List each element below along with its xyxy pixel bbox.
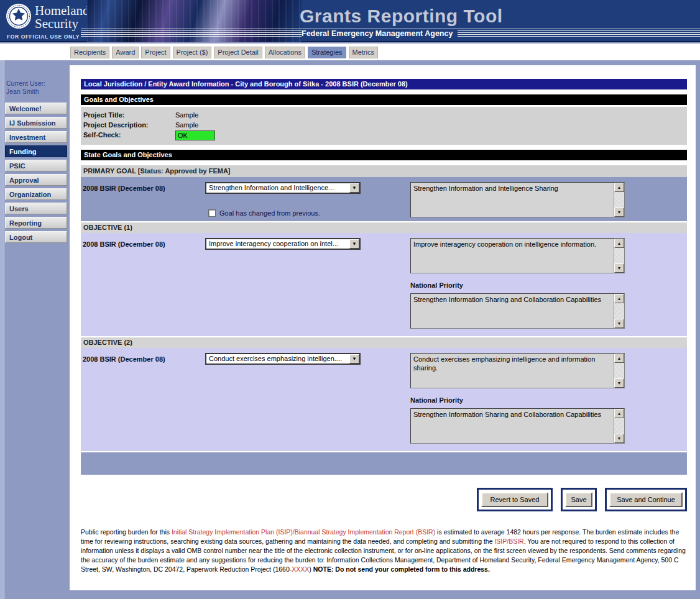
burden-text: NOTE: Do not send your completed form to… xyxy=(313,565,490,573)
sidebar-item-organization[interactable]: Organization xyxy=(5,188,67,200)
sidebar-item-investment[interactable]: Investment xyxy=(5,131,67,143)
scroll-up-icon[interactable]: ▲ xyxy=(614,183,624,192)
fouo-label: FOR OFFICIAL USE ONLY xyxy=(7,34,80,40)
scrollbar-track[interactable] xyxy=(614,418,624,434)
scroll-up-icon[interactable]: ▲ xyxy=(614,294,624,303)
tab-list: RecipientsAwardProjectProject ($)Project… xyxy=(70,47,378,58)
project-desc-value: Sample xyxy=(175,120,198,130)
project-info-box: Project Title: Sample Project Descriptio… xyxy=(81,107,687,145)
save-continue-button-frame: Save and Continue xyxy=(605,488,687,511)
national-priority-label: National Priority xyxy=(410,396,625,404)
app-title: Grants Reporting Tool xyxy=(300,6,503,27)
dropdown-arrow-icon[interactable]: ▼ xyxy=(349,354,359,364)
national-priority-textarea[interactable]: Strengthen Information Sharing and Colla… xyxy=(410,293,625,329)
scroll-down-icon[interactable]: ▼ xyxy=(614,378,624,388)
scrollbar-track[interactable] xyxy=(614,363,624,378)
action-button-row: Revert to Saved Save Save and Continue xyxy=(81,488,687,511)
objective-textarea[interactable]: Improve interagency cooperation on intel… xyxy=(410,238,625,273)
scroll-down-icon[interactable]: ▼ xyxy=(614,263,624,273)
scrollbar-track[interactable] xyxy=(614,192,624,208)
revert-to-saved-button[interactable]: Revert to Saved xyxy=(481,492,548,507)
objective-period-label: 2008 BSIR (December 08) xyxy=(81,348,205,444)
sidebar-item-users[interactable]: Users xyxy=(5,203,67,214)
national-priority-textarea[interactable]: Strengthen Information Sharing and Colla… xyxy=(410,408,625,444)
state-goals-section-header: State Goals and Objectives xyxy=(81,150,687,160)
scrollbar[interactable]: ▲ ▼ xyxy=(614,183,624,217)
objective-header: OBJECTIVE (1) xyxy=(81,222,687,233)
objective-section: 2008 BSIR (December 08) Improve interage… xyxy=(81,233,687,336)
main-panel: Local Jurisdiction / Entity Award Inform… xyxy=(70,65,696,590)
project-desc-row: Project Description: Sample xyxy=(81,120,687,130)
primary-goal-textarea[interactable]: Strengthen Information and Intelligence … xyxy=(410,182,625,217)
goals-section-header: Goals and Objectives xyxy=(81,94,687,105)
primary-goal-header: PRIMARY GOAL [Status: Approved by FEMA] xyxy=(81,165,687,177)
self-check-row: Self-Check: OK xyxy=(81,130,687,140)
main-content: Local Jurisdiction / Entity Award Inform… xyxy=(81,79,687,574)
project-title-value: Sample xyxy=(175,110,198,120)
tab-allocations[interactable]: Allocations xyxy=(265,47,305,58)
scrollbar-track[interactable] xyxy=(614,303,624,319)
sidebar-item-psic[interactable]: PSIC xyxy=(5,160,67,171)
revert-button-frame: Revert to Saved xyxy=(477,488,553,511)
objective-dropdown-value: Conduct exercises emphasizing intelligen… xyxy=(206,354,349,364)
tab-recipients[interactable]: Recipients xyxy=(70,47,109,58)
primary-goal-section: 2008 BSIR (December 08) Strengthen Infor… xyxy=(81,177,687,221)
objective-text: Improve interagency cooperation on intel… xyxy=(411,239,614,273)
sidebar-item-logout[interactable]: Logout xyxy=(5,231,67,243)
dropdown-arrow-icon[interactable]: ▼ xyxy=(349,239,359,249)
sidebar-item-funding[interactable]: Funding xyxy=(5,145,67,157)
objective-textarea[interactable]: Conduct exercises emphasizing intelligen… xyxy=(410,353,625,388)
primary-goal-dropdown-value: Strengthen Information and Intelligence.… xyxy=(206,183,349,193)
burden-statement: Public reporting burden for this Initial… xyxy=(81,528,687,574)
tab-project-detail[interactable]: Project Detail xyxy=(214,47,262,58)
national-priority-label: National Priority xyxy=(410,281,625,289)
sidebar-item-ij-submission[interactable]: IJ Submission xyxy=(5,117,67,129)
window-left-edge xyxy=(0,60,4,599)
primary-goal-dropdown[interactable]: Strengthen Information and Intelligence.… xyxy=(205,182,361,194)
burden-link-text: ISIP/BSIR xyxy=(494,537,523,545)
save-button[interactable]: Save xyxy=(565,492,592,507)
save-button-frame: Save xyxy=(561,488,597,511)
objective-goal-dropdown[interactable]: Conduct exercises emphasizing intelligen… xyxy=(205,353,361,365)
scrollbar[interactable]: ▲ ▼ xyxy=(614,294,624,328)
objective-dropdown-value: Improve interagency cooperation on intel… xyxy=(206,239,349,249)
save-and-continue-button[interactable]: Save and Continue xyxy=(609,492,683,507)
app-subtitle: Federal Emergency Management Agency xyxy=(302,29,458,38)
burden-link-text: XXXX xyxy=(292,565,309,573)
burden-text: Public reporting burden for this xyxy=(81,528,172,536)
goal-changed-row: Goal has changed from previous. xyxy=(208,209,410,217)
scroll-down-icon[interactable]: ▼ xyxy=(614,434,624,443)
goal-changed-label: Goal has changed from previous. xyxy=(219,209,320,217)
tab-strategies[interactable]: Strategies xyxy=(308,47,346,58)
sidebar-item-reporting[interactable]: Reporting xyxy=(5,217,67,229)
scrollbar[interactable]: ▲ ▼ xyxy=(614,239,624,273)
app-header: Homeland Security FOR OFFICIAL USE ONLY … xyxy=(0,0,700,42)
tab-project[interactable]: Project ($) xyxy=(173,47,212,58)
scrollbar[interactable]: ▲ ▼ xyxy=(614,409,624,443)
scroll-up-icon[interactable]: ▲ xyxy=(614,409,624,418)
scrollbar-track[interactable] xyxy=(614,248,624,263)
burden-link-text: Initial Strategy Implementation Plan (IS… xyxy=(172,528,435,536)
national-priority-text: Strengthen Information Sharing and Colla… xyxy=(411,409,614,443)
project-desc-label: Project Description: xyxy=(81,120,175,130)
scroll-up-icon[interactable]: ▲ xyxy=(614,239,624,248)
sidebar-item-welcome[interactable]: Welcome! xyxy=(5,103,67,114)
tab-award[interactable]: Award xyxy=(112,47,139,58)
scroll-down-icon[interactable]: ▼ xyxy=(614,319,624,328)
sidebar-item-approval[interactable]: Approval xyxy=(5,174,67,186)
project-title-label: Project Title: xyxy=(81,110,175,120)
scrollbar[interactable]: ▲ ▼ xyxy=(614,354,624,388)
self-check-label: Self-Check: xyxy=(81,130,175,140)
logo-line1: Homeland xyxy=(35,4,89,17)
section-end-strip xyxy=(81,452,687,475)
tab-metrics[interactable]: Metrics xyxy=(349,47,378,58)
logo-text: Homeland Security xyxy=(35,4,89,30)
sidebar: Current User: Jean Smith Welcome!IJ Subm… xyxy=(5,80,67,245)
scroll-up-icon[interactable]: ▲ xyxy=(614,354,624,363)
objective-goal-dropdown[interactable]: Improve interagency cooperation on intel… xyxy=(205,238,361,250)
dropdown-arrow-icon[interactable]: ▼ xyxy=(349,183,359,193)
tab-project[interactable]: Project xyxy=(141,47,170,58)
objective-period-label: 2008 BSIR (December 08) xyxy=(81,233,205,329)
goal-changed-checkbox[interactable] xyxy=(208,209,216,217)
scroll-down-icon[interactable]: ▼ xyxy=(614,208,624,217)
